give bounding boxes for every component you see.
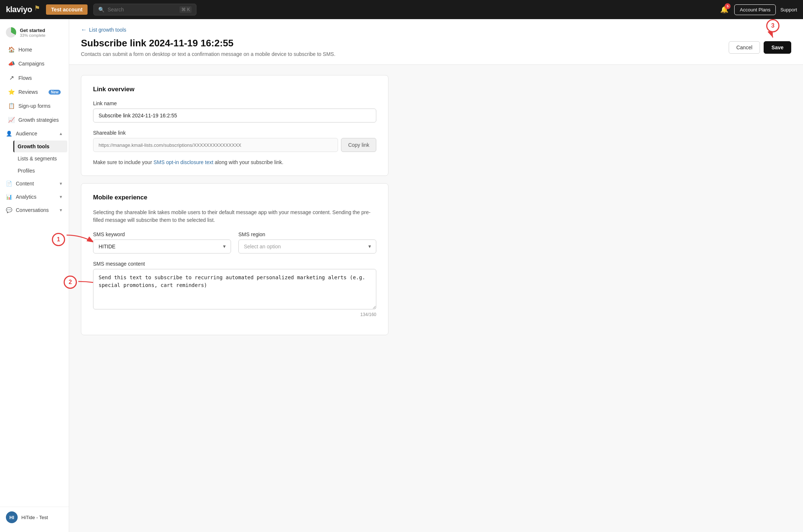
copy-link-button[interactable]: Copy link [341,138,376,152]
shareable-link-group: Shareable link Copy link [93,130,376,152]
progress-title: Get started [20,28,46,33]
sms-notice: Make sure to include your SMS opt-in dis… [93,159,376,165]
main-content: ← List growth tools Subscribe link 2024-… [69,19,803,532]
search-input[interactable] [107,7,177,13]
sms-message-group: 2 SMS message content [93,261,376,317]
shareable-row: Copy link [93,138,376,152]
nav-right: 🔔 5 Account Plans Support [719,4,797,15]
content-area: Link overview Link name Shareable link C… [69,65,400,353]
sms-keyword-label: SMS keyword [93,231,231,237]
link-overview-card: Link overview Link name Shareable link C… [81,75,388,176]
account-plans-button[interactable]: Account Plans [734,4,776,15]
header-actions: Cancel Save 3 [729,41,791,54]
progress-circle [6,27,16,38]
breadcrumb-label: List growth tools [89,27,126,33]
breadcrumb[interactable]: ← List growth tools [81,26,791,33]
sidebar-item-label: Reviews [18,89,38,95]
audience-chevron: ▲ [59,131,63,136]
sms-message-wrapper: 134/160 [93,269,376,317]
sidebar-item-signup-forms[interactable]: 📋 Sign-up forms [2,99,67,113]
annotation-1: 1 [52,231,96,246]
progress-info: Get started 33% complete [20,28,46,38]
sidebar-item-flows[interactable]: ↗ Flows [2,71,67,85]
sms-region-select[interactable]: Select an option [238,240,376,253]
growth-strategies-icon: 📈 [8,117,15,123]
page-title-block: Subscribe link 2024-11-19 16:2:55 Contac… [81,38,335,57]
sms-region-wrapper: Select an option ▼ [238,240,376,253]
shareable-link-label: Shareable link [93,130,376,136]
analytics-label: Analytics [16,194,36,200]
shareable-link-input[interactable] [93,138,338,152]
annotation-circle-2: 2 [64,276,77,289]
link-name-label: Link name [93,100,376,106]
link-name-group: Link name [93,100,376,123]
content-icon: 📄 [6,181,12,187]
sms-message-label: SMS message content [93,261,376,267]
home-icon: 🏠 [8,46,15,53]
sidebar-item-label: Flows [18,75,32,81]
page-subtitle: Contacts can submit a form on desktop or… [81,51,335,57]
back-arrow-icon: ← [81,26,87,33]
sms-region-label: SMS region [238,231,376,237]
notification-button[interactable]: 🔔 5 [719,4,730,15]
page-title-row: Subscribe link 2024-11-19 16:2:55 Contac… [81,38,791,57]
sms-region-col: SMS region Select an option ▼ [238,231,376,253]
search-bar[interactable]: 🔍 ⌘ K [93,4,196,15]
account-name: Test account [46,4,88,15]
sidebar-item-lists-segments[interactable]: Lists & segments [13,153,67,164]
sidebar-item-reviews[interactable]: ⭐ Reviews New [2,85,67,99]
save-button[interactable]: Save [764,41,791,54]
sidebar-item-growth-tools[interactable]: Growth tools [13,141,67,152]
search-shortcut: ⌘ K [180,6,192,13]
lists-segments-label: Lists & segments [18,156,57,162]
notification-badge: 5 [725,3,731,9]
campaigns-icon: 📣 [8,60,15,67]
sms-message-textarea[interactable] [93,269,376,309]
cancel-button[interactable]: Cancel [729,41,760,54]
conversations-icon: 💬 [6,207,12,213]
support-button[interactable]: Support [780,7,797,13]
profiles-label: Profiles [18,168,35,174]
content-chevron: ▼ [59,181,63,186]
mobile-experience-description: Selecting the shareable link takes mobil… [93,209,376,224]
sidebar-item-audience[interactable]: 👤 Audience ▲ [0,127,69,140]
sidebar-account[interactable]: HI HiTide - Test [0,507,69,528]
sidebar-item-content[interactable]: 📄 Content ▼ [0,177,69,190]
flows-icon: ↗ [8,74,15,81]
sms-keyword-wrapper: HITIDE ▼ [93,240,231,253]
mobile-experience-card: Mobile experience Selecting the shareabl… [81,183,388,335]
get-started[interactable]: Get started 33% complete [0,24,69,41]
annotation-circle-3: 3 [766,19,779,32]
audience-label: Audience [16,131,37,136]
avatar: HI [6,511,18,523]
sidebar-item-growth-strategies[interactable]: 📈 Growth strategies [2,113,67,127]
account-label: HiTide - Test [21,515,48,520]
sms-notice-suffix: along with your subscribe link. [213,159,284,165]
sms-fields-row: SMS keyword HITIDE ▼ SMS region Select a… [93,231,376,253]
mobile-experience-title: Mobile experience [93,194,376,201]
search-icon: 🔍 [98,7,104,13]
logo-icon: ⚑ [34,4,40,12]
reviews-badge: New [49,90,61,95]
content-label: Content [16,181,34,187]
sidebar-item-label: Home [18,47,32,53]
annotation-3: 3 [765,19,780,38]
sidebar-item-home[interactable]: 🏠 Home [2,43,67,56]
page-title: Subscribe link 2024-11-19 16:2:55 [81,38,335,49]
sms-keyword-col: SMS keyword HITIDE ▼ [93,231,231,253]
page-header: ← List growth tools Subscribe link 2024-… [69,19,803,65]
sms-keyword-select[interactable]: HITIDE [93,240,231,253]
link-name-input[interactable] [93,109,376,123]
sidebar-item-campaigns[interactable]: 📣 Campaigns [2,57,67,70]
reviews-icon: ⭐ [8,89,15,95]
progress-pct: 33% complete [20,33,46,38]
annotation-circle-1: 1 [52,233,65,246]
sidebar-item-conversations[interactable]: 💬 Conversations ▼ [0,204,69,216]
sidebar-item-profiles[interactable]: Profiles [13,165,67,177]
sidebar-item-label: Sign-up forms [18,103,50,109]
sms-opt-in-link[interactable]: SMS opt-in disclosure text [153,159,213,165]
signup-icon: 📋 [8,103,15,109]
sidebar: Get started 33% complete 🏠 Home 📣 Campai… [0,19,69,532]
layout: Get started 33% complete 🏠 Home 📣 Campai… [0,19,803,532]
sidebar-item-analytics[interactable]: 📊 Analytics ▼ [0,191,69,203]
